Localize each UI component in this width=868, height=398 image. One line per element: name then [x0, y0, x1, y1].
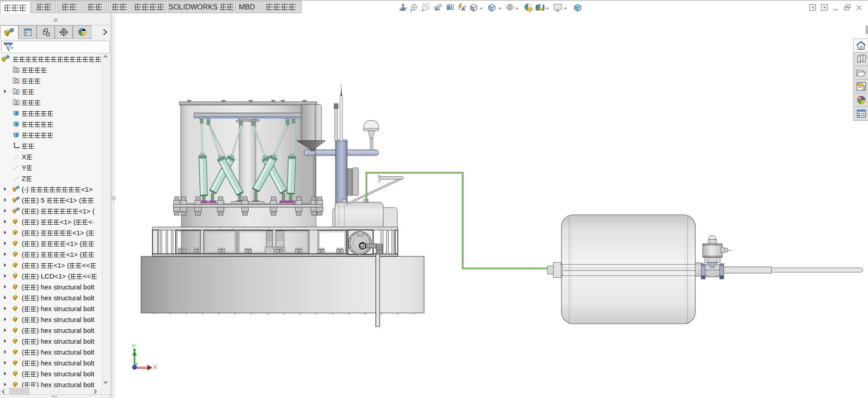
svg-text:Y: Y: [132, 343, 136, 350]
svg-text:A: A: [462, 6, 465, 12]
svg-text:X: X: [153, 364, 157, 370]
